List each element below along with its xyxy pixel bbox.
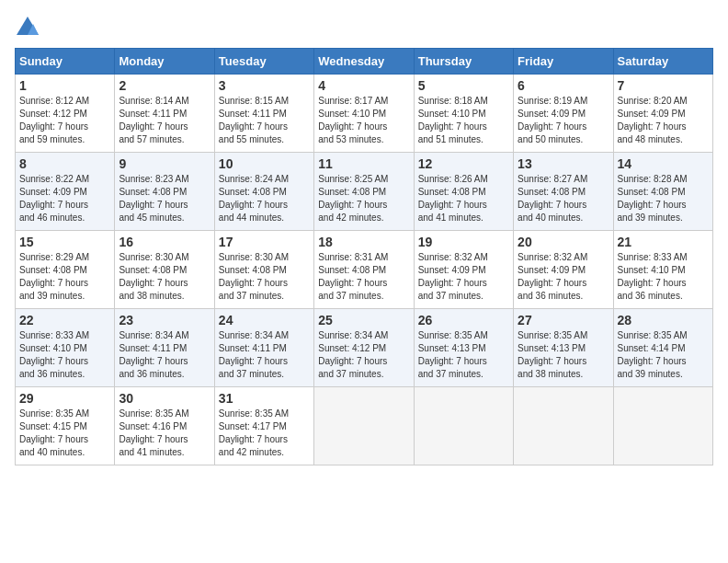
day-cell	[514, 387, 613, 465]
day-info: Sunrise: 8:32 AM Sunset: 4:09 PM Dayligh…	[518, 251, 609, 303]
day-number: 7	[618, 78, 709, 93]
day-number: 5	[418, 78, 509, 93]
day-number: 11	[318, 156, 409, 171]
day-cell: 26 Sunrise: 8:35 AM Sunset: 4:13 PM Dayl…	[414, 309, 513, 387]
day-info: Sunrise: 8:35 AM Sunset: 4:16 PM Dayligh…	[119, 408, 210, 459]
day-number: 15	[19, 235, 110, 249]
day-cell: 2 Sunrise: 8:14 AM Sunset: 4:11 PM Dayli…	[115, 75, 214, 153]
col-header-tuesday: Tuesday	[214, 49, 313, 75]
day-cell: 1 Sunrise: 8:12 AM Sunset: 4:12 PM Dayli…	[16, 75, 115, 153]
day-number: 28	[618, 313, 709, 327]
day-cell	[613, 387, 712, 465]
day-cell: 25 Sunrise: 8:34 AM Sunset: 4:12 PM Dayl…	[314, 309, 414, 387]
day-number: 19	[418, 235, 509, 249]
day-cell: 3 Sunrise: 8:15 AM Sunset: 4:11 PM Dayli…	[214, 75, 313, 153]
day-info: Sunrise: 8:15 AM Sunset: 4:11 PM Dayligh…	[219, 95, 310, 146]
day-cell: 15 Sunrise: 8:29 AM Sunset: 4:08 PM Dayl…	[16, 231, 115, 309]
day-cell: 14 Sunrise: 8:28 AM Sunset: 4:08 PM Dayl…	[613, 153, 712, 231]
day-number: 17	[219, 235, 310, 249]
day-cell: 9 Sunrise: 8:23 AM Sunset: 4:08 PM Dayli…	[115, 153, 214, 231]
col-header-thursday: Thursday	[414, 49, 513, 75]
day-number: 13	[518, 156, 609, 171]
day-cell: 16 Sunrise: 8:30 AM Sunset: 4:08 PM Dayl…	[115, 231, 214, 309]
day-info: Sunrise: 8:33 AM Sunset: 4:10 PM Dayligh…	[19, 329, 110, 381]
day-cell: 27 Sunrise: 8:35 AM Sunset: 4:13 PM Dayl…	[514, 309, 613, 387]
day-info: Sunrise: 8:31 AM Sunset: 4:08 PM Dayligh…	[318, 251, 409, 303]
day-cell: 4 Sunrise: 8:17 AM Sunset: 4:10 PM Dayli…	[314, 75, 414, 153]
week-row-2: 8 Sunrise: 8:22 AM Sunset: 4:09 PM Dayli…	[16, 153, 713, 231]
day-number: 27	[518, 313, 609, 327]
day-number: 31	[219, 391, 310, 406]
day-info: Sunrise: 8:24 AM Sunset: 4:08 PM Dayligh…	[219, 173, 310, 224]
day-info: Sunrise: 8:26 AM Sunset: 4:08 PM Dayligh…	[418, 173, 509, 224]
day-info: Sunrise: 8:28 AM Sunset: 4:08 PM Dayligh…	[618, 173, 709, 224]
day-info: Sunrise: 8:35 AM Sunset: 4:14 PM Dayligh…	[618, 329, 709, 381]
header	[15, 15, 713, 40]
day-cell: 31 Sunrise: 8:35 AM Sunset: 4:17 PM Dayl…	[214, 387, 313, 465]
day-number: 1	[19, 78, 110, 93]
day-cell: 11 Sunrise: 8:25 AM Sunset: 4:08 PM Dayl…	[314, 153, 414, 231]
day-info: Sunrise: 8:20 AM Sunset: 4:09 PM Dayligh…	[618, 95, 709, 146]
day-number: 29	[19, 391, 110, 406]
day-cell	[414, 387, 513, 465]
day-info: Sunrise: 8:35 AM Sunset: 4:13 PM Dayligh…	[518, 329, 609, 381]
day-number: 22	[19, 313, 110, 327]
day-number: 10	[219, 156, 310, 171]
day-info: Sunrise: 8:32 AM Sunset: 4:09 PM Dayligh…	[418, 251, 509, 303]
day-info: Sunrise: 8:34 AM Sunset: 4:11 PM Dayligh…	[119, 329, 210, 381]
day-info: Sunrise: 8:18 AM Sunset: 4:10 PM Dayligh…	[418, 95, 509, 146]
day-cell: 13 Sunrise: 8:27 AM Sunset: 4:08 PM Dayl…	[514, 153, 613, 231]
day-number: 30	[119, 391, 210, 406]
day-cell: 6 Sunrise: 8:19 AM Sunset: 4:09 PM Dayli…	[514, 75, 613, 153]
day-cell: 10 Sunrise: 8:24 AM Sunset: 4:08 PM Dayl…	[214, 153, 313, 231]
day-info: Sunrise: 8:12 AM Sunset: 4:12 PM Dayligh…	[19, 95, 110, 146]
day-number: 8	[19, 156, 110, 171]
col-header-wednesday: Wednesday	[314, 49, 414, 75]
day-cell: 21 Sunrise: 8:33 AM Sunset: 4:10 PM Dayl…	[613, 231, 712, 309]
day-number: 2	[119, 78, 210, 93]
day-cell: 12 Sunrise: 8:26 AM Sunset: 4:08 PM Dayl…	[414, 153, 513, 231]
day-info: Sunrise: 8:30 AM Sunset: 4:08 PM Dayligh…	[119, 251, 210, 303]
day-info: Sunrise: 8:33 AM Sunset: 4:10 PM Dayligh…	[618, 251, 709, 303]
day-number: 25	[318, 313, 409, 327]
day-info: Sunrise: 8:29 AM Sunset: 4:08 PM Dayligh…	[19, 251, 110, 303]
day-number: 4	[318, 78, 409, 93]
day-cell: 30 Sunrise: 8:35 AM Sunset: 4:16 PM Dayl…	[115, 387, 214, 465]
day-cell: 28 Sunrise: 8:35 AM Sunset: 4:14 PM Dayl…	[613, 309, 712, 387]
week-row-3: 15 Sunrise: 8:29 AM Sunset: 4:08 PM Dayl…	[16, 231, 713, 309]
logo-icon	[15, 15, 40, 40]
day-number: 21	[618, 235, 709, 249]
day-cell: 22 Sunrise: 8:33 AM Sunset: 4:10 PM Dayl…	[16, 309, 115, 387]
day-cell	[314, 387, 414, 465]
day-info: Sunrise: 8:22 AM Sunset: 4:09 PM Dayligh…	[19, 173, 110, 224]
week-row-5: 29 Sunrise: 8:35 AM Sunset: 4:15 PM Dayl…	[16, 387, 713, 465]
day-number: 24	[219, 313, 310, 327]
day-cell: 8 Sunrise: 8:22 AM Sunset: 4:09 PM Dayli…	[16, 153, 115, 231]
day-info: Sunrise: 8:14 AM Sunset: 4:11 PM Dayligh…	[119, 95, 210, 146]
day-info: Sunrise: 8:30 AM Sunset: 4:08 PM Dayligh…	[219, 251, 310, 303]
day-info: Sunrise: 8:23 AM Sunset: 4:08 PM Dayligh…	[119, 173, 210, 224]
col-header-monday: Monday	[115, 49, 214, 75]
day-number: 20	[518, 235, 609, 249]
col-header-sunday: Sunday	[16, 49, 115, 75]
day-number: 6	[518, 78, 609, 93]
day-number: 16	[119, 235, 210, 249]
day-cell: 17 Sunrise: 8:30 AM Sunset: 4:08 PM Dayl…	[214, 231, 313, 309]
col-header-saturday: Saturday	[613, 49, 712, 75]
day-info: Sunrise: 8:35 AM Sunset: 4:17 PM Dayligh…	[219, 408, 310, 459]
day-cell: 18 Sunrise: 8:31 AM Sunset: 4:08 PM Dayl…	[314, 231, 414, 309]
day-info: Sunrise: 8:19 AM Sunset: 4:09 PM Dayligh…	[518, 95, 609, 146]
day-cell: 23 Sunrise: 8:34 AM Sunset: 4:11 PM Dayl…	[115, 309, 214, 387]
day-info: Sunrise: 8:35 AM Sunset: 4:13 PM Dayligh…	[418, 329, 509, 381]
calendar-table: SundayMondayTuesdayWednesdayThursdayFrid…	[15, 48, 713, 465]
week-row-1: 1 Sunrise: 8:12 AM Sunset: 4:12 PM Dayli…	[16, 75, 713, 153]
day-cell: 24 Sunrise: 8:34 AM Sunset: 4:11 PM Dayl…	[214, 309, 313, 387]
day-number: 3	[219, 78, 310, 93]
logo	[15, 15, 44, 40]
day-number: 14	[618, 156, 709, 171]
day-number: 12	[418, 156, 509, 171]
week-row-4: 22 Sunrise: 8:33 AM Sunset: 4:10 PM Dayl…	[16, 309, 713, 387]
day-cell: 19 Sunrise: 8:32 AM Sunset: 4:09 PM Dayl…	[414, 231, 513, 309]
day-info: Sunrise: 8:27 AM Sunset: 4:08 PM Dayligh…	[518, 173, 609, 224]
day-info: Sunrise: 8:34 AM Sunset: 4:12 PM Dayligh…	[318, 329, 409, 381]
